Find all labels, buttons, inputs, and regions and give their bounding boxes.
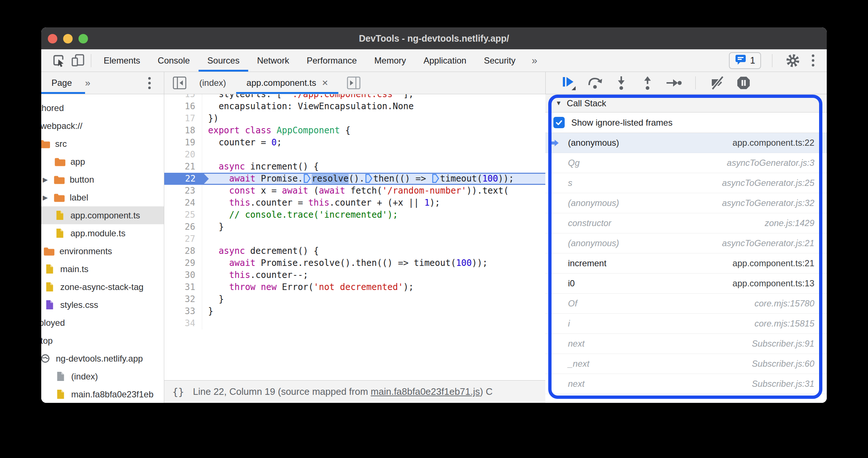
line-number[interactable]: 28 xyxy=(164,245,202,257)
code-line[interactable]: 24 this.counter = this.counter + (+x || … xyxy=(164,197,545,209)
code-line[interactable]: 29 await Promise.resolve().then(() => ti… xyxy=(164,257,545,269)
code-line[interactable]: 15 styleUrls: [ './app.component.css' ], xyxy=(164,94,545,100)
call-stack-frame[interactable]: i0app.component.ts:13 xyxy=(545,274,827,294)
tab-memory[interactable]: Memory xyxy=(366,49,415,72)
code-line[interactable]: 34 xyxy=(164,317,545,329)
tree-item[interactable]: ▶label xyxy=(41,188,164,206)
navigator-kebab-icon[interactable] xyxy=(146,75,153,91)
call-stack-frame[interactable]: (anonymous)asyncToGenerator.js:21 xyxy=(545,233,827,253)
call-stack-frame[interactable]: incrementapp.component.ts:21 xyxy=(545,253,827,274)
tree-item[interactable]: thored xyxy=(41,99,164,117)
code-line[interactable]: 26 } xyxy=(164,221,545,233)
tab-application[interactable]: Application xyxy=(415,49,475,72)
source-map-link[interactable]: main.fa8bfa0e23f1eb71.js xyxy=(371,386,480,397)
deactivate-breakpoints-icon[interactable] xyxy=(709,73,726,92)
inline-breakpoint-marker-icon[interactable] xyxy=(432,174,439,186)
disclosure-arrow-icon[interactable]: ▶ xyxy=(43,194,54,202)
line-number[interactable]: 19 xyxy=(164,137,202,149)
frame-location[interactable]: core.mjs:15815 xyxy=(754,318,814,329)
line-number[interactable]: 15 xyxy=(164,94,202,100)
inline-breakpoint-marker-icon[interactable] xyxy=(304,174,311,186)
settings-gear-icon[interactable] xyxy=(783,51,802,70)
tree-item[interactable]: ng-devtools.netlify.app xyxy=(41,350,164,367)
call-stack-section-header[interactable]: ▼ Call Stack xyxy=(545,94,827,112)
line-number[interactable]: 32 xyxy=(164,293,202,305)
more-navigator-tabs-chevron[interactable]: » xyxy=(85,77,90,89)
code-line[interactable]: 18export class AppComponent { xyxy=(164,125,545,137)
zoom-window-button[interactable] xyxy=(78,34,88,43)
console-messages-button[interactable]: 1 xyxy=(729,52,761,69)
step-into-icon[interactable] xyxy=(613,73,630,92)
code-line[interactable]: 33} xyxy=(164,305,545,317)
tree-item[interactable]: webpack:// xyxy=(41,117,164,135)
frame-location[interactable]: core.mjs:15780 xyxy=(754,298,814,309)
code-line[interactable]: 20 xyxy=(164,149,545,161)
frame-location[interactable]: zone.js:1429 xyxy=(765,218,814,228)
code-line[interactable]: 21 async increment() { xyxy=(164,161,545,173)
code-line[interactable]: 31 throw new Error('not decremented'); xyxy=(164,281,545,293)
call-stack-frame[interactable]: nextSubscriber.js:31 xyxy=(545,374,827,394)
tree-item[interactable]: src xyxy=(41,135,164,153)
call-stack-frame[interactable]: QgasyncToGenerator.js:3 xyxy=(545,153,827,173)
tree-item[interactable]: ployed xyxy=(41,314,164,332)
frame-location[interactable]: asyncToGenerator.js:21 xyxy=(722,238,814,248)
call-stack-frame[interactable]: nextSubscriber.js:91 xyxy=(545,334,827,354)
checkbox-checked[interactable] xyxy=(553,117,565,128)
pause-on-exceptions-icon[interactable] xyxy=(735,73,752,92)
code-line[interactable]: 23 const x = await (await fetch('/random… xyxy=(164,185,545,197)
code-line[interactable]: 28 async decrement() { xyxy=(164,245,545,257)
tree-item[interactable]: main.fa8bfa0e23f1eb xyxy=(41,385,164,403)
minimize-window-button[interactable] xyxy=(63,34,73,43)
frame-location[interactable]: asyncToGenerator.js:32 xyxy=(722,198,814,208)
line-number[interactable]: 31 xyxy=(164,281,202,293)
frame-location[interactable]: Subscriber.js:31 xyxy=(752,379,814,389)
tab-performance[interactable]: Performance xyxy=(298,49,365,72)
line-number[interactable]: 27 xyxy=(164,233,202,245)
execution-line[interactable]: 2222 await Promise.resolve().then(() => … xyxy=(164,173,545,185)
code-line[interactable]: 19 counter = 0; xyxy=(164,137,545,149)
call-stack-frame[interactable]: (anonymous)asyncToGenerator.js:32 xyxy=(545,193,827,213)
tab-page[interactable]: Page xyxy=(51,78,72,88)
code-line[interactable]: 30 this.counter--; xyxy=(164,269,545,281)
code-line[interactable]: 32 } xyxy=(164,293,545,305)
call-stack-frame[interactable]: sasyncToGenerator.js:25 xyxy=(545,173,827,193)
close-tab-icon[interactable]: × xyxy=(322,77,328,89)
close-window-button[interactable] xyxy=(48,34,57,43)
code-area[interactable]: 15 styleUrls: [ './app.component.css' ],… xyxy=(164,94,545,380)
call-stack-frame[interactable]: constructorzone.js:1429 xyxy=(545,213,827,233)
tab-console[interactable]: Console xyxy=(149,49,199,72)
line-number[interactable]: 26 xyxy=(164,221,202,233)
line-number[interactable]: 24 xyxy=(164,197,202,209)
collapse-navigator-icon[interactable] xyxy=(170,73,189,92)
resume-script-icon[interactable] xyxy=(560,73,577,92)
frame-location[interactable]: app.component.ts:21 xyxy=(733,258,814,268)
line-number[interactable]: 33 xyxy=(164,305,202,317)
code-line[interactable]: 25 // console.trace('incremented'); xyxy=(164,209,545,221)
tree-item[interactable]: app xyxy=(41,153,164,171)
call-stack-frame[interactable]: _nextSubscriber.js:60 xyxy=(545,354,827,374)
line-number[interactable]: 17 xyxy=(164,112,202,125)
device-toolbar-icon[interactable] xyxy=(68,51,87,70)
tree-item[interactable]: (index) xyxy=(41,367,164,385)
frame-location[interactable]: asyncToGenerator.js:3 xyxy=(727,158,814,168)
frame-location[interactable]: app.component.ts:13 xyxy=(733,278,814,289)
line-number[interactable]: 18 xyxy=(164,125,202,137)
tab-sources[interactable]: Sources xyxy=(199,49,248,72)
tree-item[interactable]: styles.css xyxy=(41,296,164,314)
line-number[interactable]: 25 xyxy=(164,209,202,221)
tree-item[interactable]: main.ts xyxy=(41,260,164,278)
line-number[interactable]: 34 xyxy=(164,317,202,329)
call-stack-frame[interactable]: Ofcore.mjs:15780 xyxy=(545,294,827,314)
customize-devtools-kebab-icon[interactable] xyxy=(810,52,817,69)
code-line[interactable]: 17}) xyxy=(164,112,545,125)
step-over-icon[interactable] xyxy=(587,73,603,92)
line-number[interactable]: 23 xyxy=(164,185,202,197)
tree-item[interactable]: ▶button xyxy=(41,171,164,188)
frame-location[interactable]: asyncToGenerator.js:25 xyxy=(722,178,814,188)
call-stack-frame[interactable]: (anonymous)app.component.ts:22 xyxy=(545,133,827,153)
tree-item[interactable]: app.module.ts xyxy=(41,224,164,242)
step-icon[interactable] xyxy=(665,73,682,92)
inspect-element-icon[interactable] xyxy=(49,51,68,70)
inline-breakpoint-marker-icon[interactable] xyxy=(365,174,372,186)
tab-security[interactable]: Security xyxy=(475,49,525,72)
